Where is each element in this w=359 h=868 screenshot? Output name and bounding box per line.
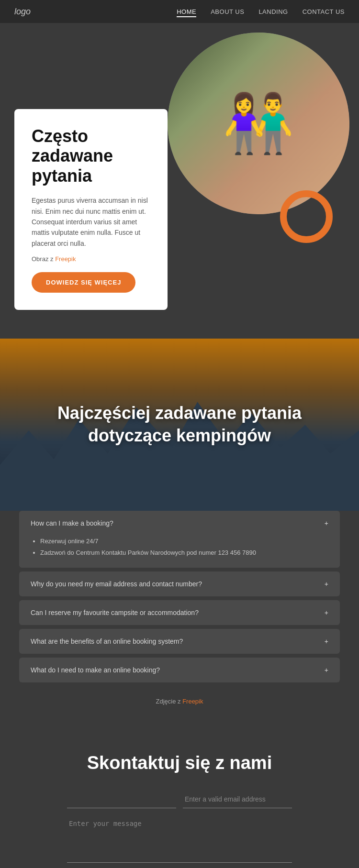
hero-title: Często zadawane pytania (32, 126, 150, 186)
hero-description: Egestas purus viverra accumsan in nisl n… (32, 195, 150, 249)
nav-link-about[interactable]: ABOUT US (211, 8, 244, 15)
faq-header-3[interactable]: Can I reserve my favourite campsite or a… (19, 600, 340, 625)
contact-title: Skontaktuj się z nami (67, 753, 292, 773)
faq-item-2: Why do you need my email address and con… (19, 571, 340, 596)
faq-item-3: Can I reserve my favourite campsite or a… (19, 600, 340, 625)
form-row-top (67, 791, 292, 808)
nav-link-home[interactable]: HOME (177, 8, 196, 17)
nav-logo: logo (14, 7, 31, 17)
nav-item-home[interactable]: HOME (177, 7, 196, 16)
hero-image (168, 33, 349, 214)
nav-links: HOME ABOUT US LANDING CONTACT US (177, 7, 345, 16)
hero-image-credit: Obraz z Freepik (32, 255, 150, 263)
learn-more-button[interactable]: DOWIEDZ SIĘ WIĘCEJ (32, 272, 135, 293)
message-input[interactable] (67, 815, 292, 863)
freepik-photo-link[interactable]: Freepik (182, 698, 203, 705)
freepik-link[interactable]: Freepik (55, 255, 76, 263)
faq-item-5: What do I need to make an online booking… (19, 658, 340, 682)
faq-toggle-4[interactable]: + (325, 637, 328, 645)
faq-header-4[interactable]: What are the benefits of an online booki… (19, 629, 340, 654)
faq-toggle-3[interactable]: + (325, 609, 328, 616)
contact-form: SKŁADAĆ (67, 791, 292, 868)
mountain-title: Najczęściej zadawane pytania dotyczące k… (0, 402, 359, 447)
faq-toggle-2[interactable]: + (325, 580, 328, 588)
faq-question-3: Can I reserve my favourite campsite or a… (31, 609, 199, 616)
nav-item-about[interactable]: ABOUT US (211, 7, 244, 16)
faq-question-4: What are the benefits of an online booki… (31, 637, 183, 645)
faq-question-2: Why do you need my email address and con… (31, 580, 202, 588)
faq-answer-item-1-2: Zadzwoń do Centrum Kontaktu Parków Narod… (40, 547, 328, 558)
hero-card: Często zadawane pytania Egestas purus vi… (14, 109, 168, 310)
orange-decorative-circle (280, 190, 333, 243)
nav-link-contact[interactable]: CONTACT US (303, 8, 345, 15)
photo-credit: Zdjęcie z Freepik (19, 686, 340, 710)
mountain-banner: Najczęściej zadawane pytania dotyczące k… (0, 339, 359, 511)
faq-question-1: How can I make a booking? (31, 519, 113, 527)
nav-link-landing[interactable]: LANDING (258, 8, 288, 15)
navbar: logo HOME ABOUT US LANDING CONTACT US (0, 0, 359, 23)
email-input[interactable] (183, 791, 292, 808)
faq-header-5[interactable]: What do I need to make an online booking… (19, 658, 340, 682)
contact-section: Skontaktuj się z nami SKŁADAĆ f 𝕏 ⬡ G+ (0, 729, 359, 868)
faq-answer-item-1-1: Rezerwuj online 24/7 (40, 536, 328, 547)
faq-toggle-5[interactable]: + (325, 666, 328, 674)
faq-body-1: Rezerwuj online 24/7 Zadzwoń do Centrum … (19, 536, 340, 568)
faq-header-2[interactable]: Why do you need my email address and con… (19, 571, 340, 596)
faq-header-1[interactable]: How can I make a booking? + (19, 511, 340, 536)
faq-section: How can I make a booking? + Rezerwuj onl… (0, 511, 359, 729)
hero-section: Często zadawane pytania Egestas purus vi… (0, 23, 359, 339)
nav-item-landing[interactable]: LANDING (258, 7, 288, 16)
faq-toggle-1[interactable]: + (325, 519, 328, 527)
faq-question-5: What do I need to make an online booking… (31, 666, 160, 674)
faq-item-4: What are the benefits of an online booki… (19, 629, 340, 654)
faq-item-1: How can I make a booking? + Rezerwuj onl… (19, 511, 340, 568)
nav-item-contact[interactable]: CONTACT US (303, 7, 345, 16)
name-input[interactable] (67, 791, 176, 808)
